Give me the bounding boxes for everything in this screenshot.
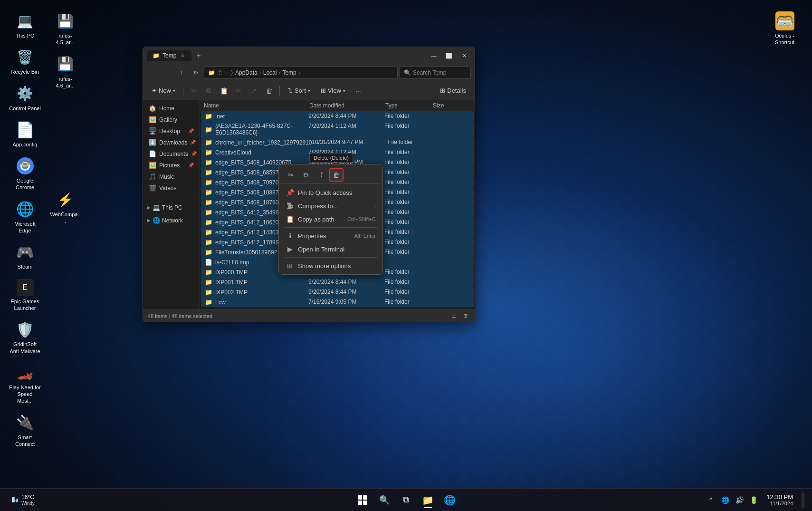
sidebar-item-downloads[interactable]: ⬇️ Downloads 📌 <box>145 137 198 148</box>
address-part-1[interactable]: AppData <box>235 69 258 76</box>
documents-icon: 📄 <box>149 150 156 157</box>
table-row[interactable]: 📁IXP001.TMP 9/20/2024 8:44 PM File folde… <box>201 277 474 287</box>
desktop-icon-webcompa[interactable]: ⚡ WebCompa... <box>48 188 83 227</box>
refresh-button[interactable]: ↻ <box>190 67 202 79</box>
desktop-icon-play-need[interactable]: 🏎️ Play Need for Speed Most... <box>7 361 43 406</box>
sidebar-item-pictures[interactable]: 🖼️ Pictures 📌 <box>145 160 198 171</box>
address-part-2[interactable]: Local <box>263 69 277 76</box>
address-more-btn[interactable]: ··· <box>224 69 229 76</box>
desktop-icon-app-config[interactable]: 📄 App.config <box>7 118 43 150</box>
grid-view-button[interactable]: ⊞ <box>460 311 470 321</box>
search-taskbar-button[interactable]: 🔍 <box>375 491 394 510</box>
desktop-icon-this-pc[interactable]: 💻 This PC <box>7 10 43 41</box>
new-button[interactable]: ✦ New ▾ <box>147 84 180 98</box>
close-button[interactable]: ✕ <box>458 50 471 61</box>
desktop-icon-smart-connect[interactable]: 🔌 Smart Connect <box>7 411 43 450</box>
delete-toolbar-button[interactable]: 🗑 <box>262 84 277 98</box>
sidebar-item-music[interactable]: 🎵 Music <box>145 171 198 182</box>
up-button[interactable]: ↑ <box>175 67 188 79</box>
maximize-button[interactable]: ⬜ <box>442 50 456 61</box>
file-name-text: {AE3A2E1A-1230-4F65-827C-E6D1363486C6} <box>215 123 308 136</box>
oculus-label: Oculus - Shortcut <box>769 32 801 46</box>
sidebar-item-network[interactable]: ▶ 🌐 Network <box>143 215 200 226</box>
desktop-icon-rufus46[interactable]: 💾 rufus-4.6_ar... <box>48 53 83 91</box>
sidebar-item-videos[interactable]: 🎬 Videos <box>145 183 198 193</box>
chevron-up-icon[interactable]: ^ <box>705 494 717 506</box>
file-size <box>432 239 470 246</box>
ctx-copy-path-item[interactable]: 📋 Copy as path Ctrl+Shift+C <box>281 212 381 226</box>
tab-title: Temp <box>162 52 176 59</box>
tab-close-button[interactable]: ✕ <box>179 53 186 59</box>
search-box[interactable]: 🔍 Search Temp <box>400 67 471 79</box>
desktop-icon-microsoft-edge[interactable]: 🌐 Microsoft Edge <box>7 198 43 236</box>
desktop-icon-rufus45[interactable]: 💾 rufus-4.5_ar... <box>48 10 83 48</box>
file-type: File folder <box>384 113 432 120</box>
ctx-pin-quick-item[interactable]: 📌 Pin to Quick access <box>281 186 381 199</box>
share-button[interactable]: ↗ <box>247 84 261 98</box>
forward-button[interactable]: → <box>161 67 173 79</box>
details-button[interactable]: ⊞ Details <box>435 84 471 98</box>
smart-connect-icon: 🔌 <box>16 413 35 432</box>
ctx-properties-item[interactable]: ℹ Properties Alt+Enter <box>281 229 381 242</box>
folder-icon: 📁 <box>205 229 212 236</box>
desktop-icon-google-chrome[interactable]: Google Chrome <box>7 154 43 193</box>
table-row[interactable]: 📁IXP002.TMP 9/20/2024 8:44 PM File folde… <box>201 287 474 297</box>
edge-taskbar-btn[interactable]: 🌐 <box>440 491 459 510</box>
table-row[interactable]: 📁{AE3A2E1A-1230-4F65-827C-E6D1363486C6} … <box>201 121 474 137</box>
sidebar-item-home[interactable]: 🏠 Home <box>145 103 198 114</box>
clock-widget[interactable]: 12:30 PM 11/1/2024 <box>764 492 796 508</box>
google-chrome-label: Google Chrome <box>9 177 41 191</box>
folder-icon: 📁 <box>205 239 212 246</box>
task-view-button[interactable]: ⧉ <box>397 491 416 510</box>
battery-icon[interactable]: 🔋 <box>747 494 760 506</box>
start-button[interactable] <box>353 491 372 510</box>
volume-icon[interactable]: 🔊 <box>733 494 745 506</box>
sidebar-item-desktop[interactable]: 🖥️ Desktop 📌 <box>145 125 198 136</box>
minimize-button[interactable]: — <box>427 50 440 61</box>
rename-button[interactable]: ✏ <box>232 84 246 98</box>
file-size <box>432 149 470 156</box>
new-tab-button[interactable]: + <box>193 51 203 60</box>
table-row[interactable]: 📁chrome_url_fetcher_1932_129792910 10/31… <box>201 137 474 147</box>
view-button[interactable]: ⊞ View ▾ <box>316 84 350 98</box>
ctx-terminal-item[interactable]: ▶ Open in Terminal <box>281 242 381 256</box>
ctx-more-options-item[interactable]: ⊞ Show more options <box>281 259 381 272</box>
new-dropdown-icon: ▾ <box>173 88 175 93</box>
ctx-paste-shortcut-button[interactable]: ⤴ <box>314 168 328 182</box>
desktop-icon-oculus[interactable]: 🥽 Oculus - Shortcut <box>767 10 802 48</box>
file-tab[interactable]: 📁 Temp ✕ <box>147 50 191 61</box>
weather-widget[interactable]: 🌬️ 16°C Windy <box>8 492 38 508</box>
network-sys-icon[interactable]: 🌐 <box>719 494 731 506</box>
more-button[interactable]: ··· <box>351 84 365 98</box>
desktop-icon-control-panel[interactable]: ⚙️ Control Panel <box>7 82 43 114</box>
win-sq-2 <box>363 495 367 500</box>
desktop-icon-steam[interactable]: 🎮 Steam <box>7 241 43 272</box>
ctx-compress-label: Compress to... <box>298 202 371 210</box>
file-type: File folder <box>384 149 432 156</box>
table-row[interactable]: 📁.net 9/20/2024 8:44 PM File folder <box>201 111 474 121</box>
table-row[interactable]: 📁Low 7/16/2024 9:05 PM File folder <box>201 297 474 307</box>
show-desktop-button[interactable] <box>802 492 804 508</box>
desktop-icon-epic-games[interactable]: E Epic Games Launcher <box>7 277 43 314</box>
desktop-icon-recycle-bin[interactable]: 🗑️ Recycle Bin <box>7 46 43 77</box>
cut-button[interactable]: ✂ <box>186 84 201 98</box>
ctx-cut-button[interactable]: ✂ <box>284 168 298 182</box>
sort-button[interactable]: ⇅ Sort ▾ <box>283 84 315 98</box>
file-name-text: IXP000.TMP <box>215 269 248 276</box>
file-explorer-taskbar-btn[interactable]: 📁 <box>419 491 438 510</box>
back-button[interactable]: ← <box>147 67 159 79</box>
ctx-copy-button[interactable]: ⧉ <box>299 168 313 182</box>
sidebar-item-gallery[interactable]: 🖼️ Gallery <box>145 114 198 125</box>
ctx-delete-button[interactable]: 🗑 <box>329 168 344 182</box>
ctx-compress-item[interactable]: 🗜 Compress to... › <box>281 199 381 212</box>
address-part-3[interactable]: Temp <box>282 69 296 76</box>
sidebar-item-documents[interactable]: 📄 Documents 📌 <box>145 148 198 159</box>
copy-button[interactable]: ⧉ <box>201 84 216 98</box>
title-bar: 📁 Temp ✕ + — ⬜ ✕ <box>143 47 475 64</box>
sidebar-item-this-pc[interactable]: ▶ 💻 This PC <box>143 202 200 213</box>
paste-button[interactable]: 📋 <box>217 84 231 98</box>
list-view-button[interactable]: ☰ <box>449 311 459 321</box>
address-bar[interactable]: 📁 ⏱ ··· ⟩ AppData › Local › Temp › <box>204 67 398 79</box>
desktop-icon-gridinsoft[interactable]: 🛡️ GridinSoft Anti-Malware <box>7 318 43 357</box>
rufus45-label: rufus-4.5_ar... <box>49 32 81 46</box>
